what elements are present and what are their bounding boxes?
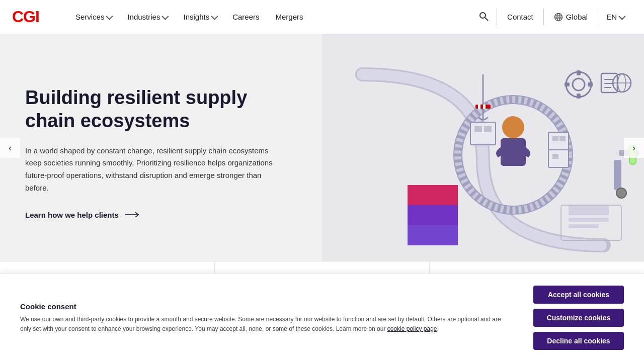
- svg-rect-40: [408, 205, 458, 245]
- contact-button[interactable]: Contact: [497, 9, 544, 25]
- svg-rect-33: [478, 105, 480, 109]
- hero-illustration: [322, 34, 644, 261]
- search-icon: [478, 11, 489, 21]
- carousel-next-button[interactable]: ›: [624, 138, 644, 158]
- svg-rect-48: [569, 224, 599, 228]
- svg-rect-35: [470, 122, 496, 145]
- svg-rect-27: [552, 136, 558, 141]
- svg-rect-12: [501, 138, 526, 166]
- search-button[interactable]: [470, 7, 497, 27]
- svg-rect-36: [474, 126, 482, 132]
- cookie-policy-link[interactable]: cookie policy page: [387, 325, 437, 332]
- nav-services[interactable]: Services: [69, 9, 118, 25]
- svg-rect-34: [483, 105, 486, 109]
- header: CGI Services Industries Insights Careers…: [0, 0, 644, 34]
- chevron-down-icon: [162, 13, 169, 20]
- cookie-text: Cookie consent We use our own and third-…: [20, 302, 513, 333]
- hero-body: In a world shaped by constant change, re…: [25, 145, 287, 195]
- logo[interactable]: CGI: [12, 8, 39, 26]
- svg-line-1: [485, 18, 488, 21]
- svg-rect-17: [565, 82, 570, 86]
- globe-icon: [554, 13, 563, 22]
- svg-rect-47: [569, 218, 609, 222]
- cookie-body: We use our own and third-party cookies t…: [20, 315, 513, 333]
- svg-rect-41: [614, 160, 621, 190]
- svg-point-11: [502, 116, 524, 138]
- hero-content: Building resilient supply chain ecosyste…: [0, 34, 322, 261]
- svg-rect-28: [559, 136, 566, 141]
- language-button[interactable]: EN: [598, 9, 632, 25]
- cookie-banner: Cookie consent We use our own and third-…: [0, 273, 644, 362]
- svg-rect-15: [577, 70, 581, 75]
- global-button[interactable]: Global: [544, 9, 598, 26]
- svg-rect-46: [569, 205, 609, 215]
- decline-cookies-button[interactable]: Decline all cookies: [533, 332, 624, 350]
- nav-careers[interactable]: Careers: [226, 9, 265, 25]
- svg-rect-37: [484, 126, 492, 132]
- cookie-title: Cookie consent: [20, 302, 513, 311]
- carousel-prev-button[interactable]: ‹: [0, 138, 20, 158]
- chevron-down-icon: [106, 13, 113, 20]
- arrow-icon: [125, 211, 141, 219]
- chevron-down-icon: [211, 13, 218, 20]
- supply-chain-svg: [322, 34, 644, 261]
- svg-rect-30: [552, 154, 558, 159]
- main-nav: Services Industries Insights Careers Mer…: [69, 9, 470, 25]
- nav-industries[interactable]: Industries: [121, 9, 173, 25]
- svg-point-43: [616, 188, 626, 198]
- svg-rect-18: [588, 82, 593, 86]
- chevron-down-icon: [618, 13, 625, 20]
- hero-section: ‹ Building resilient supply chain ecosys…: [0, 34, 644, 261]
- cookie-buttons: Accept all cookies Customize cookies Dec…: [533, 286, 624, 350]
- hero-title: Building resilient supply chain ecosyste…: [25, 86, 297, 132]
- accept-cookies-button[interactable]: Accept all cookies: [533, 286, 624, 304]
- nav-mergers[interactable]: Mergers: [270, 9, 309, 25]
- svg-point-0: [480, 13, 486, 18]
- nav-insights[interactable]: Insights: [177, 9, 222, 25]
- hero-cta-link[interactable]: Learn how we help clients: [25, 211, 297, 219]
- svg-rect-16: [577, 94, 581, 99]
- header-right: Contact Global EN: [470, 7, 632, 27]
- customize-cookies-button[interactable]: Customize cookies: [533, 309, 624, 327]
